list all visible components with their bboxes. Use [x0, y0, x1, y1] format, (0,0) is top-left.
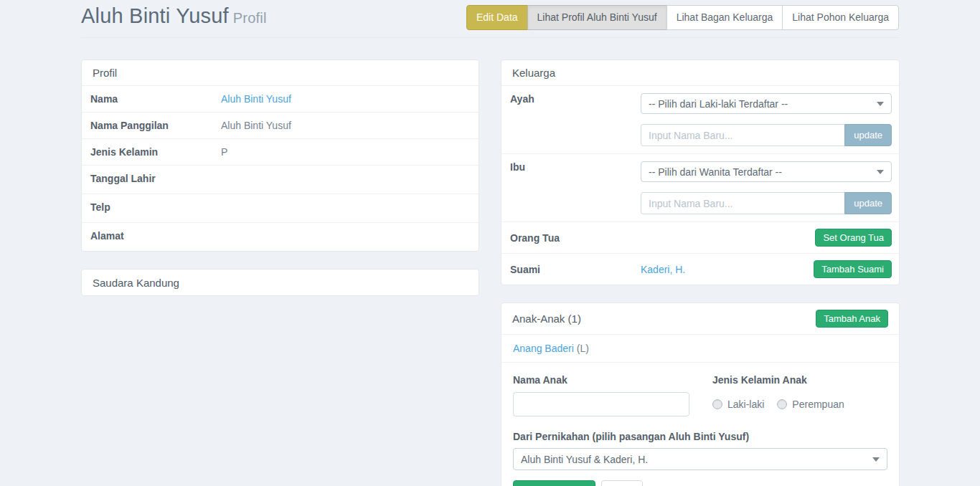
ibu-row: Ibu -- Pilih dari Wanita Terdaftar -- up…	[501, 154, 899, 222]
batal-button[interactable]: Batal	[601, 480, 643, 486]
tambah-anak-header-button[interactable]: Tambah Anak	[816, 310, 888, 328]
view-switch-button-group: Edit Data Lihat Profil Aluh Binti Yusuf …	[466, 5, 899, 30]
anak-anak-panel-title: Anak-Anak (1)	[512, 313, 581, 325]
page-subtitle: Profil	[233, 10, 267, 26]
row-value	[221, 194, 479, 222]
ibu-select-value: -- Pilih dari Wanita Terdaftar --	[649, 166, 782, 178]
tambah-suami-button[interactable]: Tambah Suami	[814, 260, 892, 278]
page: Aluh Binti YusufProfil Edit Data Lihat P…	[81, 0, 899, 486]
profil-panel-title: Profil	[93, 67, 117, 79]
row-value	[221, 223, 479, 251]
chevron-down-icon	[872, 457, 880, 462]
ayah-nama-baru-input[interactable]	[641, 124, 844, 146]
radio-icon	[712, 399, 722, 409]
saudara-kandung-panel-header: Saudara Kandung	[82, 270, 479, 295]
row-label: Suami	[501, 257, 641, 282]
page-header: Aluh Binti YusufProfil Edit Data Lihat P…	[81, 0, 899, 38]
dari-pernikahan-label: Dari Pernikahan (pilih pasangan Aluh Bin…	[513, 431, 887, 442]
row-label: Nama Panggilan	[82, 113, 221, 138]
saudara-kandung-panel-title: Saudara Kandung	[93, 277, 179, 289]
profil-panel: Profil Nama Aluh Binti Yusuf Nama Panggi…	[81, 59, 479, 252]
row-value: P	[221, 139, 479, 165]
ibu-update-button[interactable]: update	[844, 192, 892, 214]
table-row: Telp	[82, 194, 479, 223]
pernikahan-select[interactable]: Aluh Binti Yusuf & Kaderi, H.	[513, 448, 887, 470]
row-value	[221, 166, 479, 194]
tambah-anak-form: Nama Anak Jenis Kelamin Anak Laki-laki	[501, 363, 899, 486]
nama-anak-input[interactable]	[513, 392, 689, 416]
keluarga-panel: Keluarga Ayah -- Pilih dari Laki-laki Te…	[501, 59, 900, 285]
radio-laki-laki[interactable]: Laki-laki	[712, 399, 764, 410]
radio-perempuan[interactable]: Perempuan	[777, 399, 844, 410]
row-label: Ayah	[501, 86, 641, 112]
edit-data-button[interactable]: Edit Data	[466, 5, 528, 30]
jenis-kelamin-anak-label: Jenis Kelamin Anak	[712, 374, 844, 386]
row-label: Jenis Kelamin	[82, 139, 221, 165]
lihat-bagan-keluarga-button[interactable]: Lihat Bagan Keluarga	[666, 5, 783, 30]
table-row: Tanggal Lahir	[82, 166, 479, 194]
person-name: Aluh Binti Yusuf	[81, 4, 229, 27]
pernikahan-select-value: Aluh Binti Yusuf & Kaderi, H.	[521, 454, 648, 465]
row-label: Nama	[82, 86, 221, 112]
ayah-update-button[interactable]: update	[844, 124, 892, 146]
lihat-pohon-keluarga-button[interactable]: Lihat Pohon Keluarga	[782, 5, 899, 30]
saudara-kandung-panel: Saudara Kandung	[81, 269, 479, 296]
keluarga-panel-title: Keluarga	[512, 67, 555, 79]
table-row: Nama Panggilan Aluh Binti Yusuf	[82, 113, 479, 139]
table-row: Alamat	[82, 223, 479, 251]
suami-row: Suami Kaderi, H. Tambah Suami	[501, 254, 899, 285]
chevron-down-icon	[877, 170, 884, 174]
tambah-anak-submit-button[interactable]: Tambah Anak	[513, 480, 595, 486]
anak-anak-panel: Anak-Anak (1) Tambah Anak Anang Baderi (…	[501, 302, 900, 486]
row-label: Orang Tua	[501, 225, 641, 251]
lihat-profil-button[interactable]: Lihat Profil Aluh Binti Yusuf	[527, 5, 667, 30]
page-title: Aluh Binti YusufProfil	[81, 4, 267, 28]
ayah-row: Ayah -- Pilih dari Laki-laki Terdaftar -…	[501, 86, 899, 154]
set-orang-tua-button[interactable]: Set Orang Tua	[815, 229, 892, 247]
radio-label: Laki-laki	[727, 399, 764, 410]
orang-tua-row: Orang Tua Set Orang Tua	[501, 222, 899, 254]
row-label: Telp	[82, 194, 221, 220]
radio-icon	[777, 399, 787, 409]
child-link[interactable]: Anang Baderi	[513, 343, 574, 354]
suami-link[interactable]: Kaderi, H.	[641, 264, 685, 275]
ibu-nama-baru-input[interactable]	[641, 192, 844, 214]
row-label: Alamat	[82, 223, 221, 249]
ayah-select-value: -- Pilih dari Laki-laki Terdaftar --	[649, 98, 788, 110]
anak-anak-panel-header: Anak-Anak (1) Tambah Anak	[501, 303, 899, 335]
child-gender-suffix: (L)	[574, 343, 589, 354]
row-label: Tanggal Lahir	[82, 166, 221, 191]
nama-link[interactable]: Aluh Binti Yusuf	[221, 93, 291, 105]
chevron-down-icon	[877, 102, 884, 106]
nama-anak-label: Nama Anak	[513, 374, 689, 386]
radio-label: Perempuan	[792, 399, 844, 410]
row-value: Aluh Binti Yusuf	[221, 113, 479, 138]
keluarga-panel-header: Keluarga	[501, 60, 899, 86]
table-row: Nama Aluh Binti Yusuf	[82, 86, 479, 113]
profil-panel-header: Profil	[82, 60, 479, 86]
row-label: Ibu	[501, 154, 641, 180]
ibu-select[interactable]: -- Pilih dari Wanita Terdaftar --	[641, 161, 892, 182]
ayah-select[interactable]: -- Pilih dari Laki-laki Terdaftar --	[641, 93, 892, 114]
child-list-item: Anang Baderi (L)	[501, 335, 899, 363]
table-row: Jenis Kelamin P	[82, 139, 479, 166]
